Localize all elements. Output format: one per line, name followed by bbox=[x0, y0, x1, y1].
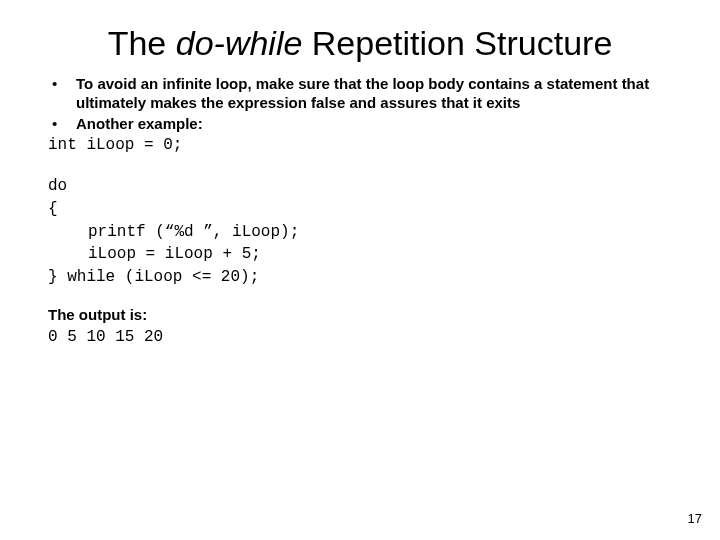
bullet-dot-icon: • bbox=[48, 115, 76, 134]
bullet-item: • To avoid an infinite loop, make sure t… bbox=[48, 75, 672, 113]
code-line: printf (“%d ”, iLoop); bbox=[48, 222, 672, 243]
bullet-text: Another example: bbox=[76, 115, 672, 134]
code-line: iLoop = iLoop + 5; bbox=[48, 244, 672, 265]
title-post: Repetition Structure bbox=[302, 24, 612, 62]
bullet-item: • Another example: bbox=[48, 115, 672, 134]
output-line: 0 5 10 15 20 bbox=[48, 327, 672, 347]
title-pre: The bbox=[108, 24, 176, 62]
slide-content: • To avoid an infinite loop, make sure t… bbox=[0, 75, 720, 347]
code-line: { bbox=[48, 199, 672, 220]
spacer bbox=[48, 156, 672, 174]
bullet-dot-icon: • bbox=[48, 75, 76, 113]
title-italic: do-while bbox=[176, 24, 303, 62]
bullet-text: To avoid an infinite loop, make sure tha… bbox=[76, 75, 672, 113]
spacer bbox=[48, 288, 672, 306]
code-line: } while (iLoop <= 20); bbox=[48, 267, 672, 288]
slide: The do-while Repetition Structure • To a… bbox=[0, 0, 720, 540]
slide-title: The do-while Repetition Structure bbox=[0, 0, 720, 75]
code-line: do bbox=[48, 176, 672, 197]
code-declaration: int iLoop = 0; bbox=[48, 135, 672, 156]
output-label: The output is: bbox=[48, 306, 672, 325]
page-number: 17 bbox=[688, 511, 702, 526]
